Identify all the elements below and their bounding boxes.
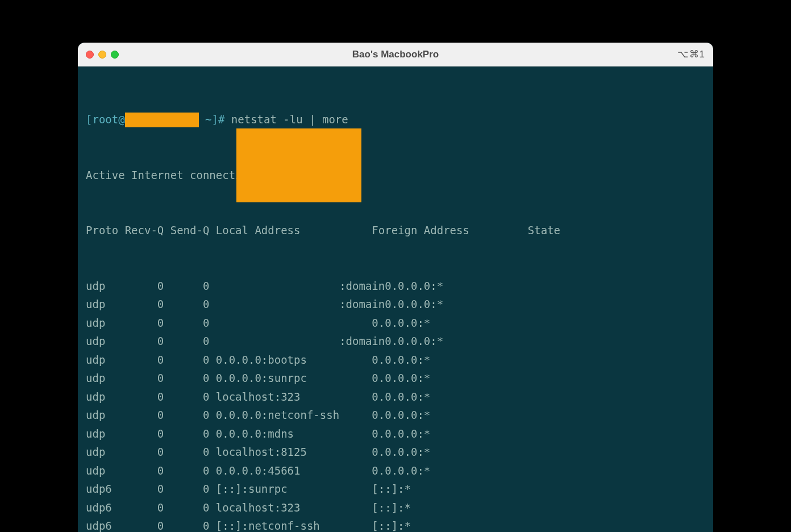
table-row: udp 0 0 0.0.0.0:45661 0.0.0.0:* — [86, 462, 705, 480]
table-row: udp6 0 0 [::]:sunrpc [::]:* — [86, 480, 705, 498]
fullscreen-icon[interactable] — [111, 51, 119, 59]
output-rows: udp 0 0 :domain0.0.0.0:* udp 0 0 :domain… — [86, 277, 705, 533]
close-icon[interactable] — [86, 51, 94, 59]
command-text: netstat -lu | more — [231, 113, 348, 126]
table-row: udp 0 0 :domain0.0.0.0:* — [86, 295, 705, 314]
prompt-prefix: [root@ — [86, 113, 125, 126]
table-row: udp 0 0 0.0.0.0:* — [86, 314, 705, 332]
prompt-suffix: ~]# — [199, 113, 231, 126]
window-shortcut: ⌥⌘1 — [677, 48, 705, 60]
table-row: udp 0 0 0.0.0.0:bootps 0.0.0.0:* — [86, 351, 705, 369]
terminal-window: Bao's MacbookPro ⌥⌘1 [root@ ~]# netstat … — [78, 43, 713, 532]
terminal-output[interactable]: [root@ ~]# netstat -lu | more Active Int… — [78, 66, 713, 532]
table-row: udp 0 0 :domain0.0.0.0:* — [86, 332, 705, 351]
table-row: udp 0 0 :domain0.0.0.0:* — [86, 277, 705, 296]
titlebar[interactable]: Bao's MacbookPro ⌥⌘1 — [78, 43, 713, 66]
table-row: udp6 0 0 [::]:netconf-ssh [::]:* — [86, 517, 705, 532]
table-row: udp 0 0 0.0.0.0:netconf-ssh 0.0.0.0:* — [86, 406, 705, 425]
prompt-line: [root@ ~]# netstat -lu | more — [86, 110, 705, 129]
table-row: udp 0 0 localhost:323 0.0.0.0:* — [86, 388, 705, 406]
table-row: udp 0 0 0.0.0.0:mdns 0.0.0.0:* — [86, 425, 705, 443]
table-row: udp 0 0 0.0.0.0:sunrpc 0.0.0.0:* — [86, 369, 705, 388]
window-title: Bao's MacbookPro — [352, 49, 439, 60]
redacted-hostname — [125, 113, 199, 127]
output-header: Active Internet connections (only server… — [86, 166, 705, 185]
table-row: udp6 0 0 localhost:323 [::]:* — [86, 498, 705, 517]
output-columns: Proto Recv-Q Send-Q Local Address Foreig… — [86, 221, 705, 240]
table-row: udp 0 0 localhost:8125 0.0.0.0:* — [86, 443, 705, 462]
minimize-icon[interactable] — [98, 51, 106, 59]
redacted-block — [236, 128, 361, 202]
traffic-lights — [86, 51, 119, 59]
